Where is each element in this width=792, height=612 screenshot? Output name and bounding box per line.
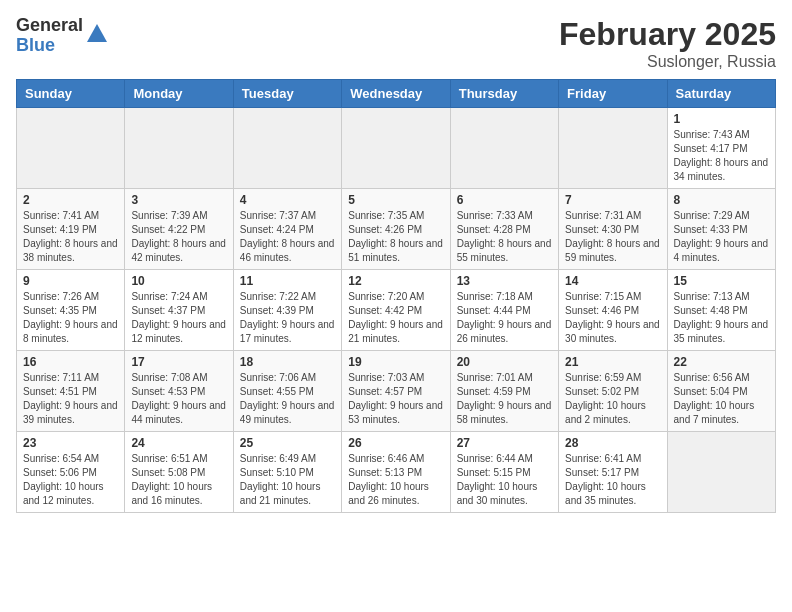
calendar-cell: 20Sunrise: 7:01 AM Sunset: 4:59 PM Dayli… — [450, 351, 558, 432]
month-year: February 2025 — [559, 16, 776, 53]
day-info: Sunrise: 7:24 AM Sunset: 4:37 PM Dayligh… — [131, 290, 226, 346]
calendar-cell — [342, 108, 450, 189]
day-number: 1 — [674, 112, 769, 126]
day-number: 21 — [565, 355, 660, 369]
calendar-cell — [233, 108, 341, 189]
day-number: 25 — [240, 436, 335, 450]
day-info: Sunrise: 7:06 AM Sunset: 4:55 PM Dayligh… — [240, 371, 335, 427]
calendar-cell — [667, 432, 775, 513]
calendar-week-4: 16Sunrise: 7:11 AM Sunset: 4:51 PM Dayli… — [17, 351, 776, 432]
calendar-cell: 19Sunrise: 7:03 AM Sunset: 4:57 PM Dayli… — [342, 351, 450, 432]
calendar-cell: 12Sunrise: 7:20 AM Sunset: 4:42 PM Dayli… — [342, 270, 450, 351]
calendar-cell: 24Sunrise: 6:51 AM Sunset: 5:08 PM Dayli… — [125, 432, 233, 513]
calendar-cell: 1Sunrise: 7:43 AM Sunset: 4:17 PM Daylig… — [667, 108, 775, 189]
calendar-cell — [17, 108, 125, 189]
calendar-cell: 3Sunrise: 7:39 AM Sunset: 4:22 PM Daylig… — [125, 189, 233, 270]
day-info: Sunrise: 6:51 AM Sunset: 5:08 PM Dayligh… — [131, 452, 226, 508]
day-info: Sunrise: 7:26 AM Sunset: 4:35 PM Dayligh… — [23, 290, 118, 346]
day-info: Sunrise: 7:39 AM Sunset: 4:22 PM Dayligh… — [131, 209, 226, 265]
calendar-cell: 17Sunrise: 7:08 AM Sunset: 4:53 PM Dayli… — [125, 351, 233, 432]
day-number: 7 — [565, 193, 660, 207]
calendar-cell: 5Sunrise: 7:35 AM Sunset: 4:26 PM Daylig… — [342, 189, 450, 270]
day-number: 10 — [131, 274, 226, 288]
day-info: Sunrise: 7:01 AM Sunset: 4:59 PM Dayligh… — [457, 371, 552, 427]
day-number: 23 — [23, 436, 118, 450]
calendar-cell: 10Sunrise: 7:24 AM Sunset: 4:37 PM Dayli… — [125, 270, 233, 351]
day-number: 13 — [457, 274, 552, 288]
calendar-week-2: 2Sunrise: 7:41 AM Sunset: 4:19 PM Daylig… — [17, 189, 776, 270]
calendar-cell: 9Sunrise: 7:26 AM Sunset: 4:35 PM Daylig… — [17, 270, 125, 351]
day-number: 5 — [348, 193, 443, 207]
logo-icon — [85, 22, 109, 46]
day-number: 27 — [457, 436, 552, 450]
day-info: Sunrise: 7:33 AM Sunset: 4:28 PM Dayligh… — [457, 209, 552, 265]
calendar-week-1: 1Sunrise: 7:43 AM Sunset: 4:17 PM Daylig… — [17, 108, 776, 189]
day-info: Sunrise: 7:35 AM Sunset: 4:26 PM Dayligh… — [348, 209, 443, 265]
calendar-cell: 8Sunrise: 7:29 AM Sunset: 4:33 PM Daylig… — [667, 189, 775, 270]
day-info: Sunrise: 6:41 AM Sunset: 5:17 PM Dayligh… — [565, 452, 660, 508]
calendar-cell: 16Sunrise: 7:11 AM Sunset: 4:51 PM Dayli… — [17, 351, 125, 432]
day-info: Sunrise: 7:20 AM Sunset: 4:42 PM Dayligh… — [348, 290, 443, 346]
day-info: Sunrise: 7:18 AM Sunset: 4:44 PM Dayligh… — [457, 290, 552, 346]
day-number: 9 — [23, 274, 118, 288]
calendar-cell: 6Sunrise: 7:33 AM Sunset: 4:28 PM Daylig… — [450, 189, 558, 270]
day-number: 20 — [457, 355, 552, 369]
calendar-cell: 2Sunrise: 7:41 AM Sunset: 4:19 PM Daylig… — [17, 189, 125, 270]
day-number: 15 — [674, 274, 769, 288]
col-thursday: Thursday — [450, 80, 558, 108]
day-number: 4 — [240, 193, 335, 207]
day-info: Sunrise: 7:43 AM Sunset: 4:17 PM Dayligh… — [674, 128, 769, 184]
calendar-cell: 26Sunrise: 6:46 AM Sunset: 5:13 PM Dayli… — [342, 432, 450, 513]
day-info: Sunrise: 6:46 AM Sunset: 5:13 PM Dayligh… — [348, 452, 443, 508]
col-friday: Friday — [559, 80, 667, 108]
day-number: 2 — [23, 193, 118, 207]
calendar-cell: 15Sunrise: 7:13 AM Sunset: 4:48 PM Dayli… — [667, 270, 775, 351]
calendar-cell — [125, 108, 233, 189]
day-info: Sunrise: 6:49 AM Sunset: 5:10 PM Dayligh… — [240, 452, 335, 508]
calendar-cell — [450, 108, 558, 189]
day-info: Sunrise: 7:08 AM Sunset: 4:53 PM Dayligh… — [131, 371, 226, 427]
day-info: Sunrise: 6:44 AM Sunset: 5:15 PM Dayligh… — [457, 452, 552, 508]
day-number: 17 — [131, 355, 226, 369]
col-tuesday: Tuesday — [233, 80, 341, 108]
day-info: Sunrise: 6:56 AM Sunset: 5:04 PM Dayligh… — [674, 371, 769, 427]
day-info: Sunrise: 6:59 AM Sunset: 5:02 PM Dayligh… — [565, 371, 660, 427]
day-info: Sunrise: 7:29 AM Sunset: 4:33 PM Dayligh… — [674, 209, 769, 265]
calendar-cell: 25Sunrise: 6:49 AM Sunset: 5:10 PM Dayli… — [233, 432, 341, 513]
calendar-cell — [559, 108, 667, 189]
logo: General Blue — [16, 16, 109, 56]
day-info: Sunrise: 7:03 AM Sunset: 4:57 PM Dayligh… — [348, 371, 443, 427]
calendar-week-3: 9Sunrise: 7:26 AM Sunset: 4:35 PM Daylig… — [17, 270, 776, 351]
title-block: February 2025 Suslonger, Russia — [559, 16, 776, 71]
col-saturday: Saturday — [667, 80, 775, 108]
calendar-cell: 4Sunrise: 7:37 AM Sunset: 4:24 PM Daylig… — [233, 189, 341, 270]
day-number: 8 — [674, 193, 769, 207]
day-info: Sunrise: 7:11 AM Sunset: 4:51 PM Dayligh… — [23, 371, 118, 427]
day-info: Sunrise: 7:22 AM Sunset: 4:39 PM Dayligh… — [240, 290, 335, 346]
col-wednesday: Wednesday — [342, 80, 450, 108]
day-number: 14 — [565, 274, 660, 288]
day-number: 28 — [565, 436, 660, 450]
day-info: Sunrise: 7:37 AM Sunset: 4:24 PM Dayligh… — [240, 209, 335, 265]
logo-blue: Blue — [16, 36, 83, 56]
calendar-cell: 28Sunrise: 6:41 AM Sunset: 5:17 PM Dayli… — [559, 432, 667, 513]
day-info: Sunrise: 7:15 AM Sunset: 4:46 PM Dayligh… — [565, 290, 660, 346]
location: Suslonger, Russia — [559, 53, 776, 71]
day-number: 22 — [674, 355, 769, 369]
calendar-cell: 23Sunrise: 6:54 AM Sunset: 5:06 PM Dayli… — [17, 432, 125, 513]
day-info: Sunrise: 7:13 AM Sunset: 4:48 PM Dayligh… — [674, 290, 769, 346]
calendar-cell: 22Sunrise: 6:56 AM Sunset: 5:04 PM Dayli… — [667, 351, 775, 432]
day-number: 18 — [240, 355, 335, 369]
logo-general: General — [16, 16, 83, 36]
calendar-cell: 11Sunrise: 7:22 AM Sunset: 4:39 PM Dayli… — [233, 270, 341, 351]
day-number: 16 — [23, 355, 118, 369]
calendar-cell: 21Sunrise: 6:59 AM Sunset: 5:02 PM Dayli… — [559, 351, 667, 432]
day-number: 24 — [131, 436, 226, 450]
calendar-week-5: 23Sunrise: 6:54 AM Sunset: 5:06 PM Dayli… — [17, 432, 776, 513]
day-number: 12 — [348, 274, 443, 288]
calendar-header-row: Sunday Monday Tuesday Wednesday Thursday… — [17, 80, 776, 108]
page-header: General Blue February 2025 Suslonger, Ru… — [16, 16, 776, 71]
calendar-cell: 7Sunrise: 7:31 AM Sunset: 4:30 PM Daylig… — [559, 189, 667, 270]
day-number: 11 — [240, 274, 335, 288]
day-info: Sunrise: 7:31 AM Sunset: 4:30 PM Dayligh… — [565, 209, 660, 265]
